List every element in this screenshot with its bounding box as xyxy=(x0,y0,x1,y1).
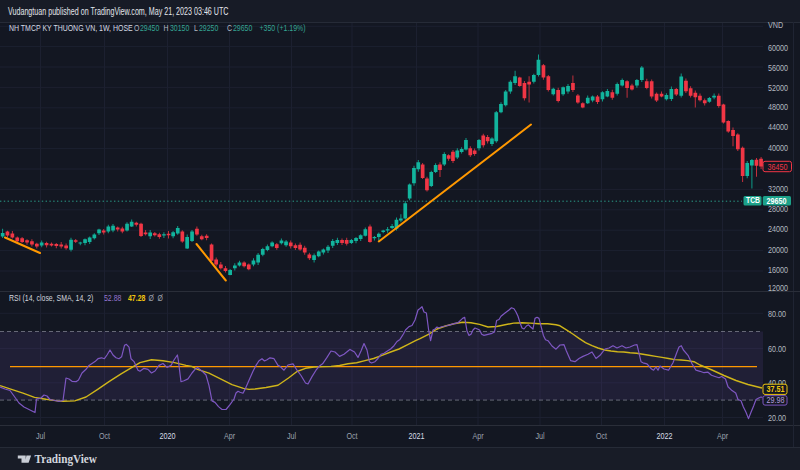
svg-text:H: H xyxy=(164,23,169,33)
svg-text:24000: 24000 xyxy=(768,225,788,235)
svg-text:Oct: Oct xyxy=(346,431,358,441)
svg-text:Ø: Ø xyxy=(158,293,163,303)
svg-text:Ø: Ø xyxy=(149,293,154,303)
svg-text:2021: 2021 xyxy=(409,431,425,441)
svg-text:52.88: 52.88 xyxy=(104,293,121,303)
svg-text:TradingView: TradingView xyxy=(35,451,98,466)
svg-text:52000: 52000 xyxy=(768,83,788,93)
svg-text:80.00: 80.00 xyxy=(768,309,786,319)
svg-text:47.28: 47.28 xyxy=(128,293,146,303)
svg-text:12000: 12000 xyxy=(768,284,788,294)
svg-text:20000: 20000 xyxy=(768,245,788,255)
svg-text:30150: 30150 xyxy=(170,23,190,33)
svg-text:60.00: 60.00 xyxy=(768,344,786,354)
svg-text:37.51: 37.51 xyxy=(767,385,785,395)
svg-text:Jul: Jul xyxy=(535,431,544,441)
svg-text:48000: 48000 xyxy=(768,103,788,113)
svg-text:40000: 40000 xyxy=(768,143,788,153)
svg-text:RSI (14, close, SMA, 14, 2): RSI (14, close, SMA, 14, 2) xyxy=(9,293,94,303)
svg-text:44000: 44000 xyxy=(768,123,788,133)
svg-text:Jul: Jul xyxy=(36,431,45,441)
svg-text:Oct: Oct xyxy=(99,431,111,441)
svg-text:TCB: TCB xyxy=(746,196,760,206)
svg-text:60000: 60000 xyxy=(768,43,788,53)
svg-text:NH TMCP KY THUONG VN, 1W, HOSE: NH TMCP KY THUONG VN, 1W, HOSE xyxy=(9,23,133,33)
svg-text:20.00: 20.00 xyxy=(768,413,786,423)
svg-text:Oct: Oct xyxy=(596,431,608,441)
svg-text:2022: 2022 xyxy=(657,431,673,441)
svg-text:C: C xyxy=(227,23,232,33)
svg-text:O: O xyxy=(134,23,139,33)
svg-text:29650: 29650 xyxy=(233,23,253,33)
svg-text:29450: 29450 xyxy=(140,23,160,33)
svg-text:29250: 29250 xyxy=(199,23,219,33)
svg-text:16000: 16000 xyxy=(768,265,788,275)
svg-text:32000: 32000 xyxy=(768,184,788,194)
svg-text:Jul: Jul xyxy=(287,431,296,441)
svg-text:36450: 36450 xyxy=(768,162,788,172)
svg-text:Apr: Apr xyxy=(717,431,728,441)
svg-text:VND: VND xyxy=(768,20,783,30)
svg-text:Apr: Apr xyxy=(472,431,483,441)
svg-text:L: L xyxy=(194,23,198,33)
svg-text:56000: 56000 xyxy=(768,63,788,73)
svg-text:2020: 2020 xyxy=(160,431,176,441)
svg-text:Vudangtuan published on Tradin: Vudangtuan published on TradingView.com,… xyxy=(8,5,229,17)
svg-text:29650: 29650 xyxy=(767,196,787,206)
svg-text:Apr: Apr xyxy=(224,431,235,441)
svg-text:29.98: 29.98 xyxy=(767,396,785,406)
svg-text:+350 (+1.19%): +350 (+1.19%) xyxy=(260,23,306,33)
